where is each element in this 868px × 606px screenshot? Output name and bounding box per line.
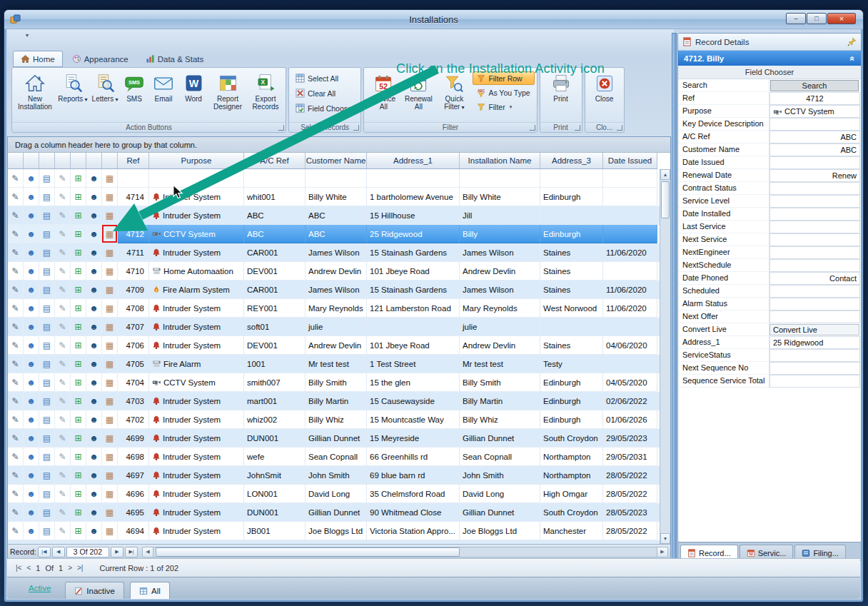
details-icon[interactable]: ▤	[39, 410, 55, 429]
edit-icon[interactable]: ✎	[8, 262, 24, 281]
notes-icon[interactable]: ✎	[55, 243, 71, 262]
details-icon[interactable]: ▤	[39, 503, 55, 522]
contacts-icon[interactable]: ☻	[86, 448, 102, 466]
customer-icon[interactable]: ☻	[24, 429, 39, 448]
cell-ref[interactable]: 4703	[118, 392, 149, 410]
details-icon[interactable]: ▤	[39, 225, 55, 243]
installation-activity-icon[interactable]: ▦	[102, 466, 118, 485]
cell-date_issued[interactable]: 29/05/2023	[603, 429, 657, 448]
details-icon[interactable]: ▤	[39, 281, 55, 299]
column-header-icons[interactable]	[24, 153, 39, 169]
customer-icon[interactable]: ☻	[24, 485, 39, 503]
table-row[interactable]: ✎☻▤✎⊞☻▦4699Intruder SystemDUN001Gillian …	[8, 429, 670, 448]
cell-address1[interactable]: 69 blue barn rd	[367, 466, 460, 485]
cell-address3[interactable]: Staines	[540, 281, 603, 299]
cell-customer[interactable]: Joe Bloggs Ltd	[306, 522, 367, 540]
cell-address3[interactable]: Testy	[540, 355, 603, 373]
clear-all-button[interactable]: Clear All	[291, 86, 358, 100]
cell-purpose[interactable]: Intruder System	[149, 485, 244, 503]
contacts-icon[interactable]: ☻	[86, 392, 102, 410]
cell-installation[interactable]: Joe Bloggs Ltd	[460, 522, 540, 540]
field-value-renewal-date[interactable]: Renew	[769, 169, 860, 182]
cell-customer[interactable]: Billy Martin	[306, 392, 367, 410]
installation-activity-icon[interactable]: ▦	[102, 188, 118, 206]
details-icon[interactable]: ▤	[39, 318, 55, 336]
column-header-icons[interactable]	[102, 153, 118, 169]
installation-activity-icon[interactable]: ▦	[102, 429, 118, 448]
cell-ref[interactable]: 4707	[118, 318, 149, 336]
service-all-button[interactable]: 52 Service All	[366, 69, 400, 121]
cell-ref[interactable]	[118, 206, 149, 225]
contacts-icon[interactable]: ☻	[86, 281, 102, 299]
cell-installation[interactable]: Mary Reynolds	[460, 299, 540, 318]
table-row[interactable]: ✎☻▤✎⊞☻▦	[8, 169, 670, 188]
scroll-up-icon[interactable]: ▲	[660, 169, 670, 180]
field-value-nextengineer[interactable]	[769, 246, 860, 259]
table-row[interactable]: ✎☻▤✎⊞☻▦4714Intruder Systemwhit001Billy W…	[8, 188, 670, 206]
edit-icon[interactable]: ✎	[8, 299, 24, 318]
cell-address1[interactable]: Victoria Station Appro...	[367, 522, 460, 540]
first-page-button[interactable]: |<	[16, 564, 21, 572]
as-you-type-button[interactable]: ABC As You Type	[473, 86, 534, 99]
dialog-launcher-icon[interactable]	[617, 125, 622, 131]
table-row[interactable]: ✎☻▤✎⊞☻▦4703Intruder Systemmart001Billy M…	[8, 392, 670, 410]
table-row[interactable]: ✎☻▤✎⊞☻▦4704CCTV Systemsmith007Billy Smit…	[8, 373, 670, 392]
activity-chart-icon[interactable]: ⊞	[71, 503, 86, 522]
cell-customer[interactable]: David Long	[306, 485, 367, 503]
customer-icon[interactable]: ☻	[24, 299, 39, 318]
cell-customer[interactable]: Billy White	[306, 188, 367, 206]
contacts-icon[interactable]: ☻	[86, 243, 102, 262]
activity-chart-icon[interactable]: ⊞	[71, 373, 86, 392]
dialog-launcher-icon[interactable]	[278, 125, 284, 131]
contacts-icon[interactable]: ☻	[86, 336, 102, 355]
column-header-customer-name[interactable]: Customer Name	[306, 153, 367, 169]
installation-activity-icon[interactable]: ▦	[102, 318, 118, 336]
export-records-button[interactable]: X Export Records	[248, 69, 283, 121]
cell-address1[interactable]: 90 Whitmead Close	[367, 503, 460, 522]
activity-chart-icon[interactable]: ⊞	[71, 299, 86, 318]
field-value-next-sequence-no[interactable]	[769, 362, 860, 375]
cell-customer[interactable]: James Wilson	[306, 243, 367, 262]
details-icon[interactable]: ▤	[39, 262, 55, 281]
edit-icon[interactable]: ✎	[8, 373, 24, 392]
cell-ac_ref[interactable]: 1001	[244, 355, 306, 373]
cell-date_issued[interactable]	[603, 188, 657, 206]
cell-ac_ref[interactable]: ABC	[244, 225, 306, 243]
cell-ref[interactable]: 4706	[118, 336, 149, 355]
contacts-icon[interactable]: ☻	[86, 466, 102, 485]
cell-customer[interactable]: Andrew Devlin	[306, 336, 367, 355]
cell-ac_ref[interactable]: wefe	[244, 448, 306, 466]
activity-chart-icon[interactable]: ⊞	[71, 355, 86, 373]
cell-address3[interactable]: Staines	[540, 262, 603, 281]
notes-icon[interactable]: ✎	[55, 522, 71, 540]
cell-installation[interactable]	[460, 169, 540, 188]
details-icon[interactable]: ▤	[39, 336, 55, 355]
last-page-button[interactable]: >|	[77, 564, 83, 572]
activity-chart-icon[interactable]: ⊞	[71, 318, 86, 336]
column-header-address3[interactable]: Address_3	[540, 153, 603, 169]
installation-activity-icon[interactable]: ▦	[102, 522, 118, 540]
edit-icon[interactable]: ✎	[8, 188, 24, 206]
last-record-button[interactable]: ▶|	[125, 547, 138, 557]
details-icon[interactable]: ▤	[39, 169, 55, 188]
cell-date_issued[interactable]: 02/06/2022	[603, 392, 657, 410]
close-button[interactable]: Close	[587, 69, 622, 121]
details-icon[interactable]: ▤	[39, 243, 55, 262]
cell-ref[interactable]: 4708	[118, 299, 149, 318]
cell-date_issued[interactable]	[603, 169, 657, 188]
cell-installation[interactable]: Billy	[460, 225, 540, 243]
cell-purpose[interactable]	[149, 169, 244, 188]
first-record-button[interactable]: |◀	[38, 547, 51, 557]
cell-ac_ref[interactable]: LON001	[244, 485, 306, 503]
cell-customer[interactable]: julie	[306, 318, 367, 336]
cell-ac_ref[interactable]: DUN001	[244, 429, 306, 448]
contacts-icon[interactable]: ☻	[86, 410, 102, 429]
cell-installation[interactable]: James Wilson	[460, 243, 540, 262]
cell-ac_ref[interactable]: JB001	[244, 522, 306, 540]
notes-icon[interactable]: ✎	[55, 318, 71, 336]
cell-purpose[interactable]: Intruder System	[149, 206, 244, 225]
cell-date_issued[interactable]: 04/06/2020	[603, 336, 657, 355]
field-value-date-installed[interactable]	[769, 208, 860, 221]
cell-customer[interactable]: James Wilson	[306, 281, 367, 299]
cell-address3[interactable]: South Croydon	[540, 429, 603, 448]
